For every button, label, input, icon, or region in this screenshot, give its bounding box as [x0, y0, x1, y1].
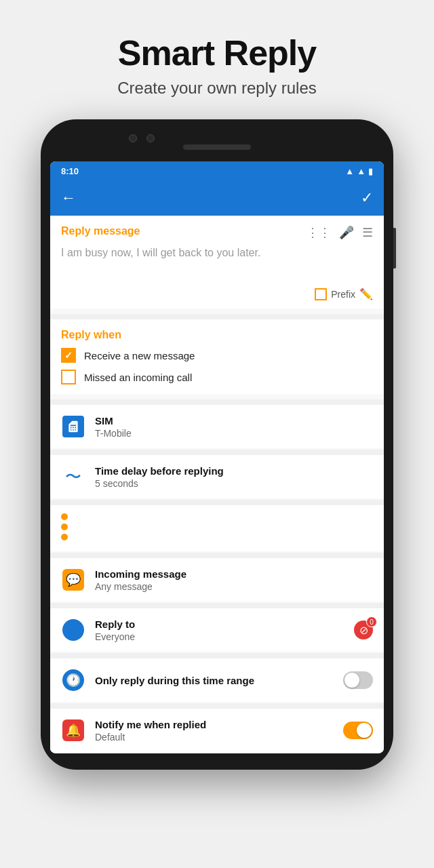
- time-delay-content: Time delay before replying 5 seconds: [95, 465, 373, 489]
- prefix-row: Prefix ✏️: [61, 288, 373, 300]
- page-header: Smart Reply Create your own reply rules: [0, 0, 434, 119]
- camera-dot-1: [129, 134, 137, 142]
- badge-count: 0: [366, 616, 377, 627]
- time-delay-list-item[interactable]: 〜 Time delay before replying 5 seconds: [50, 455, 384, 498]
- incoming-message-content: Incoming message Any message: [95, 568, 373, 592]
- time-range-list-item[interactable]: 🕐 Only reply during this time range: [50, 658, 384, 702]
- app-toolbar: ← ✓: [50, 180, 384, 216]
- menu-icon[interactable]: ☰: [362, 225, 373, 240]
- person-svg: 👤: [66, 623, 81, 637]
- waveform-icon[interactable]: ⋮⋮: [307, 225, 331, 240]
- time-range-right: [343, 671, 373, 689]
- time-range-content: Only reply during this time range: [95, 675, 334, 686]
- sim-title: SIM: [95, 415, 373, 427]
- reply-message-section: Reply message ⋮⋮ 🎤 ☰ I am busy now, I wi…: [50, 216, 384, 309]
- dot-2: [61, 524, 68, 530]
- notify-icon-wrapper: 🔔: [61, 718, 85, 743]
- reply-to-icon-wrapper: 👤: [61, 618, 85, 642]
- checkbox-new-message[interactable]: ✓ Receive a new message: [61, 348, 373, 363]
- sim-icon: [62, 416, 84, 437]
- notify-toggle[interactable]: [343, 722, 373, 739]
- divider-1: [50, 314, 384, 319]
- reply-to-subtitle: Everyone: [95, 631, 344, 642]
- incoming-message-list-item[interactable]: 💬 Incoming message Any message: [50, 558, 384, 601]
- clock-icon: 🕐: [62, 669, 84, 691]
- sim-svg: [66, 420, 80, 433]
- time-range-title: Only reply during this time range: [95, 675, 334, 686]
- incoming-message-subtitle: Any message: [95, 581, 373, 592]
- side-button: [393, 228, 396, 269]
- divider-7: [50, 653, 384, 658]
- divider-4: [50, 500, 384, 505]
- phone-notch: [50, 133, 384, 161]
- time-delay-icon-wrapper: 〜: [61, 465, 85, 489]
- phone-screen: 8:10 ▲ ▲ ▮ ← ✓ Reply message ⋮⋮ 🎤 ☰: [50, 161, 384, 753]
- checkmark: ✓: [64, 350, 73, 361]
- page-title: Smart Reply: [14, 33, 420, 73]
- bell-svg: 🔔: [66, 723, 81, 738]
- reply-to-right: ⊘ 0: [354, 620, 373, 639]
- divider-2: [50, 399, 384, 405]
- waves-icon: 〜: [65, 466, 81, 488]
- time-range-icon-wrapper: 🕐: [61, 668, 85, 692]
- person-icon: 👤: [62, 619, 84, 641]
- status-bar: 8:10 ▲ ▲ ▮: [50, 161, 384, 180]
- divider-3: [50, 450, 384, 455]
- status-icons: ▲ ▲ ▮: [345, 166, 373, 176]
- reply-to-content: Reply to Everyone: [95, 618, 344, 642]
- time-delay-title: Time delay before replying: [95, 465, 373, 477]
- checkbox-missed-call-label: Missed an incoming call: [84, 372, 192, 383]
- chat-icon: 💬: [62, 569, 84, 591]
- camera-dot-2: [146, 134, 155, 142]
- notify-right: [343, 722, 373, 739]
- reply-to-title: Reply to: [95, 618, 344, 630]
- time-range-toggle[interactable]: [343, 671, 373, 689]
- incoming-message-icon-wrapper: 💬: [61, 568, 85, 592]
- dot-1: [61, 513, 68, 520]
- checkbox-checked-icon[interactable]: ✓: [61, 348, 76, 363]
- back-button[interactable]: ←: [61, 189, 76, 207]
- sim-subtitle: T-Mobile: [95, 428, 373, 439]
- divider-8: [50, 703, 384, 709]
- prefix-edit-icon[interactable]: ✏️: [359, 288, 373, 300]
- sim-list-item[interactable]: SIM T-Mobile: [50, 405, 384, 448]
- checkbox-new-message-label: Receive a new message: [84, 350, 195, 361]
- three-dots-section: [50, 505, 384, 551]
- notify-title: Notify me when replied: [95, 719, 334, 730]
- reply-message-label: Reply message: [61, 225, 140, 237]
- badge-container: ⊘ 0: [354, 620, 373, 639]
- status-time: 8:10: [61, 166, 79, 176]
- phone-cameras: [129, 134, 155, 142]
- time-delay-subtitle: 5 seconds: [95, 478, 373, 489]
- content-area: Reply message ⋮⋮ 🎤 ☰ I am busy now, I wi…: [50, 216, 384, 752]
- chat-bubble-icon: 💬: [66, 572, 81, 587]
- page-subtitle: Create your own reply rules: [14, 79, 420, 98]
- phone-speaker: [183, 144, 251, 150]
- reply-when-section: Reply when ✓ Receive a new message Misse…: [50, 319, 384, 394]
- reply-message-input[interactable]: I am busy now, I will get back to you la…: [61, 243, 373, 283]
- wifi-icon: ▲: [345, 166, 354, 176]
- bell-icon: 🔔: [62, 719, 84, 741]
- notify-content: Notify me when replied Default: [95, 719, 334, 743]
- microphone-icon[interactable]: 🎤: [339, 225, 354, 240]
- checkbox-unchecked-icon[interactable]: [61, 370, 76, 384]
- phone-frame: 8:10 ▲ ▲ ▮ ← ✓ Reply message ⋮⋮ 🎤 ☰: [41, 119, 393, 770]
- checkbox-missed-call[interactable]: Missed an incoming call: [61, 370, 373, 384]
- signal-icon: ▲: [357, 166, 366, 176]
- prefix-label: Prefix: [331, 289, 355, 300]
- notify-subtitle: Default: [95, 732, 334, 743]
- notify-list-item[interactable]: 🔔 Notify me when replied Default: [50, 709, 384, 752]
- dot-3: [61, 534, 68, 540]
- divider-6: [50, 603, 384, 608]
- battery-icon: ▮: [368, 166, 373, 176]
- confirm-button[interactable]: ✓: [361, 189, 373, 207]
- reply-to-list-item[interactable]: 👤 Reply to Everyone ⊘ 0: [50, 608, 384, 652]
- reply-when-label: Reply when: [61, 329, 373, 341]
- divider-5: [50, 553, 384, 558]
- prefix-checkbox[interactable]: [315, 288, 327, 300]
- reply-message-toolbar: ⋮⋮ 🎤 ☰: [307, 225, 373, 240]
- sim-icon-wrapper: [61, 414, 85, 439]
- incoming-message-title: Incoming message: [95, 568, 373, 580]
- sim-content: SIM T-Mobile: [95, 415, 373, 439]
